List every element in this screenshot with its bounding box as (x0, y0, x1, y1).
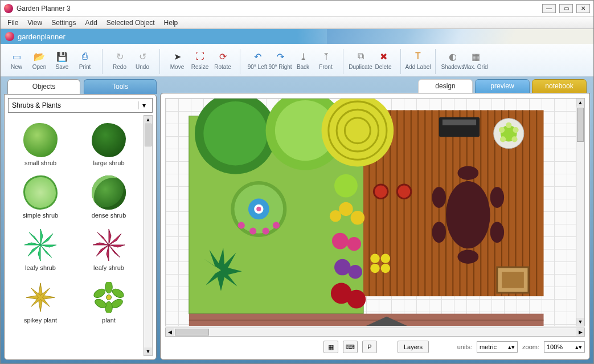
svg-point-76 (446, 181, 490, 248)
object-item-small-shrub[interactable]: small shrub (8, 115, 73, 166)
toolbar-max-grid-button[interactable]: ▦Max. Grid (464, 46, 487, 74)
app-icon (4, 4, 13, 13)
svg-point-3 (111, 287, 124, 300)
toolbar-rotate-left-button[interactable]: ↶90° Left (246, 46, 269, 74)
garden-plan-artwork (166, 99, 584, 326)
svg-point-77 (457, 166, 478, 179)
toolbar-undo-button[interactable]: ↺Undo (131, 46, 154, 74)
save-icon: 💾 (56, 50, 68, 63)
svg-point-62 (347, 237, 361, 251)
category-dropdown[interactable]: Shrubs & Plants ▾ (8, 98, 153, 113)
scroll-thumb[interactable] (175, 329, 209, 336)
sidebar-tab-objects[interactable]: Objects (7, 79, 80, 94)
undo-icon: ↺ (136, 50, 149, 63)
svg-point-61 (332, 233, 349, 250)
scroll-up-icon[interactable]: ▲ (576, 99, 584, 107)
canvas-vertical-scrollbar[interactable]: ▲ ▼ (576, 98, 585, 326)
sidebar-scrollbar[interactable]: ▲ ▼ (144, 115, 153, 356)
rotate-right-icon: ↷ (274, 50, 286, 63)
tab-preview[interactable]: preview (475, 79, 530, 93)
toolbar-move-button[interactable]: ➤Move (166, 46, 189, 74)
svg-point-54 (249, 228, 256, 235)
svg-point-72 (513, 127, 518, 133)
move-cursor-icon: ➤ (171, 50, 183, 63)
window-maximize-button[interactable]: ▭ (559, 4, 573, 13)
toolbar-add-label-button[interactable]: TAdd Label (407, 46, 429, 74)
object-item-leafy-shrub-2[interactable]: leafy shrub (76, 220, 141, 271)
svg-point-80 (432, 222, 446, 243)
menubar: File View Settings Add Selected Object H… (1, 17, 593, 29)
canvas-horizontal-scrollbar[interactable]: ◀ ▶ (165, 328, 585, 337)
scroll-down-icon[interactable]: ▼ (576, 318, 584, 326)
toolbar-rotate-button[interactable]: ⟳Rotate (211, 46, 234, 74)
brand-icon (5, 32, 14, 41)
properties-button[interactable]: P (362, 341, 377, 353)
units-select[interactable]: metric▴▾ (477, 341, 518, 353)
menu-settings[interactable]: Settings (47, 18, 80, 28)
scroll-left-icon[interactable]: ◀ (166, 328, 174, 336)
zoom-label: zoom: (522, 343, 539, 350)
object-item-large-shrub[interactable]: large shrub (76, 115, 141, 166)
menu-add[interactable]: Add (81, 18, 102, 28)
svg-point-88 (381, 264, 390, 273)
svg-point-2 (105, 282, 113, 293)
menu-view[interactable]: View (23, 18, 47, 28)
redo-icon: ↻ (113, 50, 126, 63)
chevron-down-icon: ▾ (138, 101, 149, 109)
svg-point-82 (490, 222, 504, 243)
zoom-select[interactable]: 100%▴▾ (544, 341, 585, 353)
svg-point-57 (334, 174, 358, 198)
window-minimize-button[interactable]: — (542, 4, 556, 13)
new-file-icon: ▭ (10, 50, 23, 63)
toolbar-rotate-right-button[interactable]: ↷90° Right (269, 46, 292, 74)
design-canvas[interactable] (165, 98, 585, 326)
svg-point-41 (203, 101, 267, 165)
svg-rect-68 (443, 120, 476, 125)
scroll-thumb[interactable] (145, 124, 151, 146)
rotate-left-icon: ↶ (251, 50, 264, 63)
menu-selected-object[interactable]: Selected Object (102, 18, 159, 28)
toolbar-shadows-button[interactable]: ◐Shadows (441, 46, 464, 74)
object-item-leafy-shrub-1[interactable]: leafy shrub (8, 220, 73, 271)
ruler-toggle-button[interactable]: ⌨ (343, 341, 358, 353)
sidebar-tab-tools[interactable]: Tools (84, 79, 157, 94)
toolbar-save-button[interactable]: 💾Save (51, 46, 73, 74)
toolbar-delete-button[interactable]: ✖Delete (372, 46, 395, 74)
object-item-dense-shrub[interactable]: dense shrub (76, 167, 141, 219)
menu-file[interactable]: File (3, 18, 23, 28)
toolbar-open-button[interactable]: 📂Open (28, 46, 51, 74)
menu-help[interactable]: Help (159, 18, 183, 28)
toolbar-send-back-button[interactable]: ⤓Back (292, 46, 314, 74)
layers-button[interactable]: Layers (398, 341, 429, 353)
toolbar-new-button[interactable]: ▭New (5, 46, 28, 74)
chevron-updown-icon: ▴▾ (575, 343, 582, 351)
svg-point-55 (262, 228, 269, 235)
tab-notebook[interactable]: notebook (532, 79, 587, 93)
toolbar-redo-button[interactable]: ↻Redo (108, 46, 131, 74)
svg-point-7 (93, 287, 106, 300)
toolbar-duplicate-button[interactable]: ⧉Duplicate (349, 46, 372, 74)
svg-point-81 (490, 187, 504, 208)
object-item-spikey-plant[interactable]: spikey plant (8, 272, 73, 324)
object-item-simple-shrub[interactable]: simple shrub (8, 167, 73, 219)
toolbar-print-button[interactable]: ⎙Print (73, 46, 96, 74)
svg-point-5 (105, 301, 113, 313)
svg-point-73 (511, 136, 517, 142)
scroll-right-icon[interactable]: ▶ (576, 328, 584, 336)
window-close-button[interactable]: ✕ (576, 4, 590, 13)
scroll-down-icon[interactable]: ▼ (144, 347, 152, 355)
toolbar-bring-front-button[interactable]: ⤒Front (314, 46, 337, 74)
brand-banner: gardenplanner (1, 29, 593, 44)
tab-design[interactable]: design (418, 79, 473, 93)
scroll-thumb[interactable] (577, 108, 584, 142)
svg-point-83 (374, 185, 387, 198)
grid-toggle-button[interactable]: ▦ (323, 341, 338, 353)
toolbar-resize-button[interactable]: ⛶Resize (189, 46, 211, 74)
toolbar: ▭New 📂Open 💾Save ⎙Print ↻Redo ↺Undo ➤Mov… (1, 44, 593, 77)
category-value: Shrubs & Plants (12, 101, 61, 109)
object-item-plant[interactable]: plant (76, 272, 141, 324)
main-panel: design preview notebook (160, 79, 590, 360)
svg-point-87 (370, 264, 379, 273)
scroll-up-icon[interactable]: ▲ (144, 116, 152, 124)
delete-icon: ✖ (377, 50, 390, 63)
